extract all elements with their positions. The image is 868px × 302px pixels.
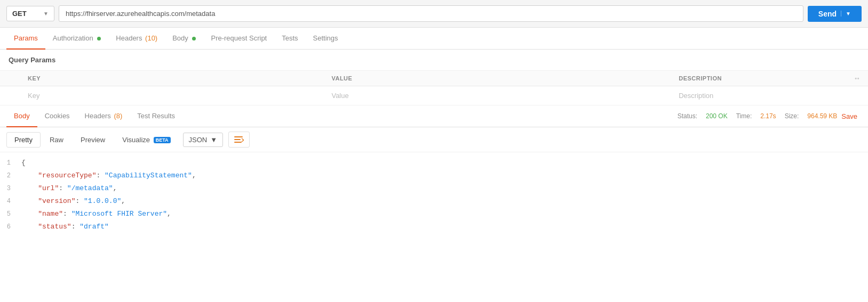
wrap-button[interactable]	[228, 132, 250, 148]
send-button[interactable]: Send ▼	[808, 6, 862, 22]
row-actions	[846, 86, 868, 105]
tab-authorization-label: Authorization	[53, 34, 93, 42]
top-bar: GET ▼ Send ▼	[0, 0, 868, 28]
send-label: Send	[818, 10, 837, 18]
json-line-5: 5 "name": "Microsoft FHIR Server",	[0, 208, 868, 221]
line-num-1: 1	[0, 158, 21, 168]
tab-pre-request[interactable]: Pre-request Script	[203, 28, 274, 50]
fmt-raw-label: Raw	[50, 136, 63, 144]
json-line-4: 4 "version": "1.0.0.0",	[0, 195, 868, 208]
json-format-chevron: ▼	[210, 136, 217, 144]
fmt-btn-visualize[interactable]: Visualize BETA	[114, 132, 178, 148]
wrap-icon	[234, 135, 244, 144]
resp-tab-test-results[interactable]: Test Results	[130, 105, 182, 127]
line-num-4: 4	[0, 196, 21, 207]
fmt-btn-preview[interactable]: Preview	[73, 132, 113, 148]
time-label: Time:	[736, 112, 752, 120]
status-value: 200 OK	[706, 112, 728, 120]
resp-headers-label: Headers	[85, 112, 111, 120]
size-value: 964.59 KB	[807, 112, 837, 120]
fmt-btn-pretty[interactable]: Pretty	[6, 132, 41, 148]
headers-count: (10)	[145, 34, 157, 42]
resp-headers-count: (8)	[114, 112, 122, 120]
query-params-section: Query Params KEY VALUE DESCRIPTION •• Ke…	[0, 50, 868, 105]
save-link[interactable]: Save	[837, 106, 862, 127]
tab-params-label: Params	[14, 34, 38, 42]
tab-authorization[interactable]: Authorization	[45, 28, 109, 50]
params-table: KEY VALUE DESCRIPTION •• Key Value Descr…	[0, 71, 868, 105]
resp-tab-cookies[interactable]: Cookies	[37, 105, 77, 127]
size-label: Size:	[785, 112, 799, 120]
resp-body-label: Body	[14, 112, 30, 120]
col-actions-header: ••	[846, 71, 868, 86]
json-line-1: 1 {	[0, 157, 868, 169]
tab-tests-label: Tests	[282, 34, 298, 42]
json-format-select[interactable]: JSON ▼	[183, 133, 224, 147]
fmt-pretty-label: Pretty	[14, 136, 33, 144]
time-value: 2.17s	[760, 112, 776, 120]
json-line-6: 6 "status": "draft"	[0, 221, 868, 233]
fmt-visualize-label: Visualize	[122, 136, 150, 144]
tab-headers-label: Headers	[116, 34, 142, 42]
resp-tab-headers[interactable]: Headers (8)	[77, 105, 130, 127]
method-label: GET	[12, 10, 27, 18]
tab-pre-request-label: Pre-request Script	[211, 34, 267, 42]
method-select[interactable]: GET ▼	[6, 6, 54, 21]
body-dot	[192, 37, 196, 40]
tab-body[interactable]: Body	[165, 28, 203, 50]
status-label: Status:	[678, 112, 697, 120]
svg-rect-0	[234, 136, 243, 137]
format-bar: Pretty Raw Preview Visualize BETA JSON ▼	[0, 127, 868, 152]
authorization-dot	[97, 37, 101, 40]
beta-badge: BETA	[154, 137, 171, 143]
tab-body-label: Body	[172, 34, 188, 42]
method-chevron: ▼	[43, 11, 49, 17]
send-chevron: ▼	[841, 11, 851, 17]
json-line-3: 3 "url": "/metadata",	[0, 182, 868, 195]
fmt-btn-raw[interactable]: Raw	[42, 132, 71, 148]
line-num-3: 3	[0, 183, 21, 194]
svg-rect-1	[234, 139, 241, 140]
response-bar: Body Cookies Headers (8) Test Results St…	[0, 105, 868, 127]
response-meta: Status: 200 OK Time: 2.17s Size: 964.59 …	[678, 112, 838, 120]
line-num-2: 2	[0, 170, 21, 181]
tab-tests[interactable]: Tests	[274, 28, 305, 50]
request-tabs: Params Authorization Headers (10) Body P…	[0, 28, 868, 50]
col-value-header: VALUE	[323, 71, 670, 86]
row-check	[0, 86, 19, 105]
resp-cookies-label: Cookies	[45, 112, 70, 120]
col-check-header	[0, 71, 19, 86]
tab-headers[interactable]: Headers (10)	[108, 28, 165, 50]
tab-settings-label: Settings	[313, 34, 338, 42]
tab-settings[interactable]: Settings	[306, 28, 346, 50]
tab-params[interactable]: Params	[6, 28, 45, 50]
url-input[interactable]	[59, 5, 803, 22]
fmt-preview-label: Preview	[81, 136, 105, 144]
col-key-header: KEY	[19, 71, 323, 86]
resp-tab-body[interactable]: Body	[6, 105, 37, 127]
line-num-6: 6	[0, 222, 21, 232]
resp-test-results-label: Test Results	[137, 112, 175, 120]
table-row: Key Value Description	[0, 86, 868, 105]
col-desc-header: DESCRIPTION	[670, 71, 846, 86]
row-value[interactable]: Value	[323, 86, 670, 105]
json-body: 1 { 2 "resourceType": "CapabilityStateme…	[0, 152, 868, 238]
line-num-5: 5	[0, 209, 21, 219]
json-format-label: JSON	[189, 136, 208, 144]
json-line-2: 2 "resourceType": "CapabilityStatement",	[0, 169, 868, 182]
svg-rect-2	[234, 142, 242, 143]
row-description[interactable]: Description	[670, 86, 846, 105]
row-key[interactable]: Key	[19, 86, 323, 105]
query-params-title: Query Params	[0, 50, 868, 71]
